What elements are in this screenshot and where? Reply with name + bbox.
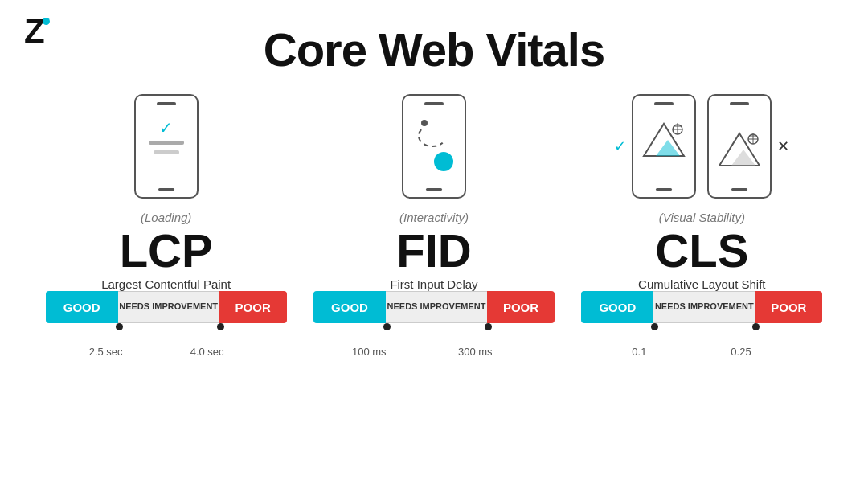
lcp-desc: Largest Contentful Paint — [101, 277, 231, 291]
lcp-bar-poor: POOR — [219, 291, 287, 323]
mountain-svg-2 — [711, 121, 768, 170]
loading-bar-1 — [149, 141, 184, 145]
fid-dots-row — [313, 323, 555, 346]
cls-phone-1 — [632, 94, 696, 199]
lcp-threshold-1: 2.5 sec — [89, 346, 123, 358]
phone-home-fid — [426, 188, 442, 191]
fid-bar-good: GOOD — [313, 291, 386, 323]
phone-notch-fid — [424, 102, 444, 105]
cls-bar-good: GOOD — [581, 291, 653, 323]
fid-threshold-2: 300 ms — [458, 346, 493, 358]
fid-name: FID — [396, 228, 471, 274]
cls-home-1 — [656, 188, 672, 191]
cls-dot-2 — [752, 323, 760, 330]
cls-phone-2 — [707, 94, 772, 199]
phone-home — [158, 188, 174, 191]
fid-dot-2 — [485, 323, 492, 330]
logo-letter: Z — [24, 12, 45, 50]
lcp-phone: ✓ — [134, 94, 199, 199]
fid-circle — [434, 152, 453, 171]
cls-x-icon: ✕ — [777, 137, 789, 155]
lcp-bar-container: GOOD NEEDS IMPROVEMENT POOR 2.5 sec 4.0 … — [46, 291, 287, 362]
fid-subtitle: (Interactivity) — [399, 211, 469, 224]
logo-dot — [43, 18, 50, 25]
cls-dots-row — [581, 323, 822, 346]
fid-phone — [402, 94, 466, 199]
metric-cls: ✓ — [568, 88, 836, 362]
lcp-dot-1 — [116, 323, 123, 330]
lcp-name: LCP — [120, 228, 213, 274]
fid-bar-container: GOOD NEEDS IMPROVEMENT POOR 100 ms 300 m… — [313, 291, 555, 362]
cls-home-2 — [731, 188, 747, 191]
fid-arc — [418, 125, 447, 147]
cls-notch-2 — [730, 102, 749, 105]
fid-threshold-labels: 100 ms 300 ms — [313, 346, 555, 362]
page-title: Core Web Vitals — [0, 0, 868, 76]
cls-name: CLS — [655, 228, 748, 274]
cls-threshold-labels: 0.1 0.25 — [581, 346, 822, 362]
cls-bar-needs: NEEDS IMPROVEMENT — [653, 291, 755, 323]
fid-bar-poor: POOR — [487, 291, 555, 323]
lcp-illustration: ✓ — [134, 88, 199, 204]
check-icon: ✓ — [159, 118, 173, 137]
lcp-bar-track: GOOD NEEDS IMPROVEMENT POOR — [46, 291, 287, 323]
cls-dot-1 — [651, 323, 658, 330]
lcp-bar-needs: NEEDS IMPROVEMENT — [118, 291, 219, 323]
fid-dot-1 — [383, 323, 391, 330]
metric-lcp: ✓ (Loading) LCP Largest Contentful Paint… — [32, 88, 300, 362]
phone-notch — [157, 102, 176, 105]
metric-fid: (Interactivity) FID First Input Delay GO… — [300, 88, 567, 362]
cls-threshold-2: 0.25 — [731, 346, 751, 358]
mountain-svg-1 — [636, 112, 692, 160]
fid-desc: First Input Delay — [390, 277, 477, 291]
cls-subtitle: (Visual Stability) — [659, 211, 745, 224]
fid-threshold-1: 100 ms — [352, 346, 387, 358]
cls-phones-wrap: ✓ — [632, 94, 772, 199]
cls-illustration: ✓ — [632, 88, 772, 204]
cls-desc: Cumulative Layout Shift — [638, 277, 765, 291]
metrics-row: ✓ (Loading) LCP Largest Contentful Paint… — [0, 88, 868, 362]
lcp-bar-good: GOOD — [46, 291, 118, 323]
fid-bar-needs: NEEDS IMPROVEMENT — [386, 291, 487, 323]
cls-bar-container: GOOD NEEDS IMPROVEMENT POOR 0.1 0.25 — [581, 291, 822, 362]
cls-threshold-1: 0.1 — [632, 346, 646, 358]
cls-notch-1 — [654, 102, 674, 105]
lcp-threshold-2: 4.0 sec — [190, 346, 224, 358]
cls-bar-track: GOOD NEEDS IMPROVEMENT POOR — [581, 291, 822, 323]
cls-bar-poor: POOR — [755, 291, 822, 323]
loading-bar-2 — [154, 150, 179, 154]
cls-check-icon: ✓ — [614, 137, 626, 155]
logo: Z — [24, 14, 45, 48]
fid-bar-track: GOOD NEEDS IMPROVEMENT POOR — [313, 291, 555, 323]
fid-illustration — [402, 88, 466, 204]
lcp-threshold-labels: 2.5 sec 4.0 sec — [46, 346, 287, 362]
lcp-dot-2 — [217, 323, 224, 330]
lcp-dots-row — [46, 323, 287, 346]
lcp-subtitle: (Loading) — [141, 211, 191, 224]
